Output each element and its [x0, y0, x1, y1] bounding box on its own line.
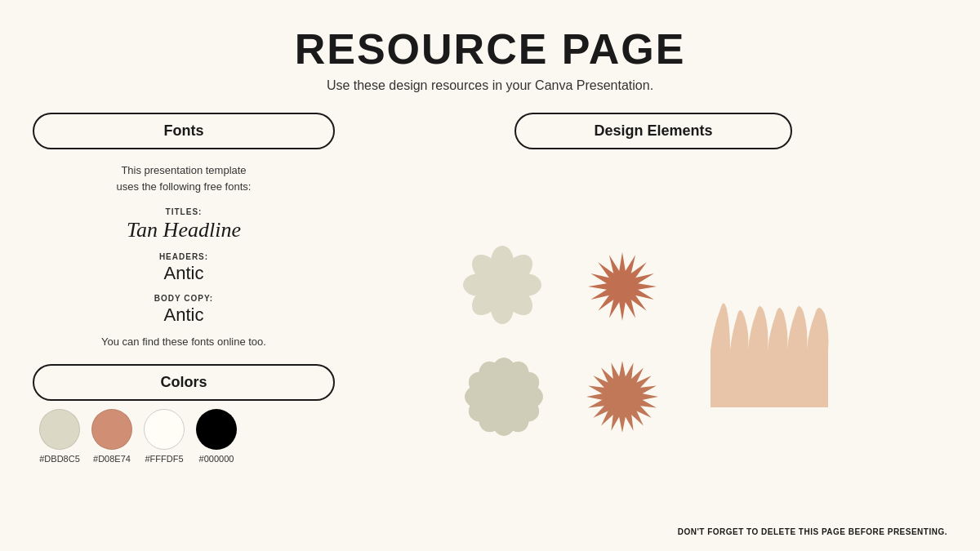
color-hex-2: #D08E74 — [93, 454, 131, 464]
headers-font-name: Antic — [41, 263, 327, 284]
color-circle-3 — [144, 409, 185, 450]
fonts-content: This presentation template uses the foll… — [33, 162, 335, 348]
titles-font-entry: TITLES: Tan Headline — [41, 207, 327, 242]
right-panel: Design Elements — [359, 113, 947, 535]
footer-note: DON'T FORGET TO DELETE THIS PAGE BEFORE … — [678, 527, 947, 536]
design-elements-content — [359, 166, 947, 535]
svg-point-59 — [606, 380, 639, 413]
color-swatch-2: #D08E74 — [91, 409, 132, 464]
color-hex-1: #DBD8C5 — [39, 454, 80, 464]
color-swatch-3: #FFFDF5 — [144, 409, 185, 464]
design-elements-label: Design Elements — [594, 122, 712, 139]
color-swatch-1: #DBD8C5 — [39, 409, 80, 464]
color-hex-3: #FFFDF5 — [145, 454, 183, 464]
shape-dark-blob-bottom — [576, 350, 670, 444]
color-hex-4: #000000 — [199, 454, 234, 464]
colors-header-box: Colors — [33, 364, 335, 401]
page-wrapper: RESOURCE PAGE Use these design resources… — [0, 0, 980, 551]
body-label: BODY COPY: — [41, 294, 327, 303]
colors-section: Colors #DBD8C5 #D08E74 #FFFDF5 — [33, 364, 335, 464]
shape-light-daisy-top — [457, 240, 547, 330]
fonts-description: This presentation template uses the foll… — [41, 162, 327, 194]
fonts-note: You can find these fonts online too. — [41, 335, 327, 348]
design-elements-header-box: Design Elements — [514, 113, 792, 149]
color-circle-2 — [91, 409, 132, 450]
header-section: RESOURCE PAGE Use these design resources… — [295, 24, 686, 93]
left-panel: Fonts This presentation template uses th… — [33, 113, 335, 535]
color-circle-4 — [196, 409, 237, 450]
shape-dark-star-top — [576, 240, 670, 334]
fonts-header-box: Fonts — [33, 113, 335, 149]
svg-point-8 — [491, 273, 514, 296]
headers-label: HEADERS: — [41, 252, 327, 261]
page-subtitle: Use these design resources in your Canva… — [295, 78, 686, 93]
color-swatch-4: #000000 — [196, 409, 237, 464]
fonts-header-label: Fonts — [164, 122, 204, 139]
page-title: RESOURCE PAGE — [295, 24, 686, 73]
design-elements-header: Design Elements — [359, 113, 947, 149]
titles-font-name: Tan Headline — [41, 218, 327, 242]
titles-label: TITLES: — [41, 207, 327, 216]
svg-point-25 — [608, 272, 637, 301]
headers-font-entry: HEADERS: Antic — [41, 252, 327, 284]
body-font-name: Antic — [41, 304, 327, 326]
shape-light-flower-bottom — [457, 350, 551, 444]
color-circle-1 — [39, 409, 80, 450]
body-font-entry: BODY COPY: Antic — [41, 294, 327, 326]
colors-header-label: Colors — [160, 374, 207, 390]
shapes-grid — [457, 240, 670, 444]
shape-grass-crown — [702, 277, 849, 407]
main-content: Fonts This presentation template uses th… — [33, 113, 947, 535]
svg-point-38 — [491, 384, 517, 410]
color-swatches: #DBD8C5 #D08E74 #FFFDF5 #000000 — [33, 401, 335, 464]
